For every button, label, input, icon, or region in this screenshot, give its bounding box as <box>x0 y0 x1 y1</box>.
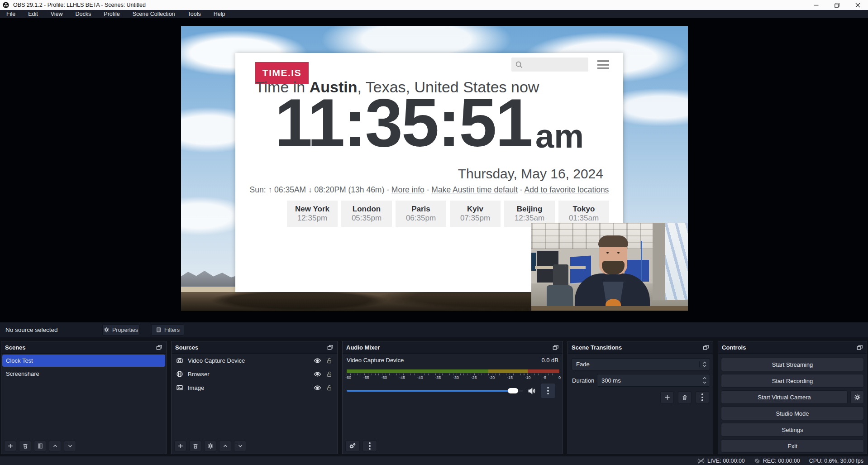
webcam-scene-desk <box>531 306 688 311</box>
city-time: 12:35pm <box>297 214 327 223</box>
scenes-title: Scenes <box>5 344 26 351</box>
transitions-title: Scene Transitions <box>572 344 622 351</box>
settings-button[interactable]: Settings <box>721 423 864 436</box>
source-properties-button[interactable] <box>204 441 216 451</box>
eye-icon[interactable] <box>314 384 321 392</box>
source-label: Video Capture Device <box>188 357 309 364</box>
camera-icon <box>176 357 183 364</box>
tick-label: -60 <box>345 375 351 380</box>
clock-ampm: am <box>535 123 584 149</box>
filters-button[interactable]: Filters <box>151 324 184 336</box>
city-time: 06:35pm <box>406 214 436 223</box>
volume-slider[interactable] <box>347 390 523 392</box>
minimize-button[interactable] <box>806 0 826 10</box>
remove-source-button[interactable] <box>189 441 201 451</box>
mixer-channel-menu-button[interactable] <box>541 384 555 398</box>
start-streaming-button[interactable]: Start Streaming <box>721 358 864 371</box>
transition-select[interactable]: Fade <box>572 358 710 370</box>
lock-open-icon[interactable] <box>326 371 333 378</box>
scene-filters-button[interactable] <box>34 441 46 451</box>
popout-icon[interactable] <box>552 344 559 351</box>
scene-item-screenshare[interactable]: Screenshare <box>2 368 165 380</box>
sun-separator: - <box>518 185 525 194</box>
sun-separator: - <box>424 185 432 194</box>
move-scene-up-button[interactable] <box>49 441 61 451</box>
transitions-header: Scene Transitions <box>568 341 713 354</box>
source-row-video-capture[interactable]: Video Capture Device <box>172 354 337 367</box>
filters-label: Filters <box>164 327 180 333</box>
transition-menu-button[interactable] <box>696 391 709 403</box>
source-label: Image <box>188 384 309 391</box>
properties-button[interactable]: Properties <box>102 324 139 336</box>
volume-slider-fill <box>347 390 513 392</box>
menu-scene-collection[interactable]: Scene Collection <box>126 10 181 18</box>
menu-help[interactable]: Help <box>207 10 232 18</box>
restore-button[interactable] <box>826 0 847 10</box>
exit-button[interactable]: Exit <box>721 439 864 453</box>
tick-label: -40 <box>417 375 423 380</box>
controls-header: Controls <box>718 341 867 354</box>
volume-meter <box>347 369 559 373</box>
tick-label: -20 <box>489 375 495 380</box>
window-controls <box>806 0 868 10</box>
rec-status: REC: 00:00:00 <box>754 458 800 464</box>
spin-arrows-icon[interactable] <box>702 377 707 384</box>
eye-icon[interactable] <box>314 370 321 378</box>
mixer-menu-button[interactable] <box>362 441 377 451</box>
speaker-icon[interactable] <box>528 387 536 395</box>
chevron-down-icon <box>237 443 243 449</box>
city-london: London 05:35pm <box>341 201 392 227</box>
kebab-icon <box>369 442 371 450</box>
menu-view[interactable]: View <box>44 10 69 18</box>
menu-edit[interactable]: Edit <box>22 10 44 18</box>
remove-transition-button[interactable] <box>678 391 692 403</box>
move-source-down-button[interactable] <box>234 441 246 451</box>
webcam-person-eye <box>617 252 620 254</box>
move-source-up-button[interactable] <box>219 441 231 451</box>
add-favorite-link: Add to favorite locations <box>525 185 609 194</box>
volume-slider-handle[interactable] <box>508 388 518 393</box>
popout-icon[interactable] <box>702 344 709 351</box>
scene-item-clock-test[interactable]: Clock Test <box>2 355 165 367</box>
trash-icon <box>22 443 29 449</box>
controls-title: Controls <box>722 344 746 351</box>
lock-open-icon[interactable] <box>326 357 333 364</box>
advanced-audio-button[interactable] <box>345 441 360 451</box>
menu-profile[interactable]: Profile <box>97 10 126 18</box>
start-recording-button[interactable]: Start Recording <box>721 374 864 388</box>
tick-label: 0 <box>558 375 561 380</box>
source-row-image[interactable]: Image <box>172 381 337 394</box>
virtual-camera-settings-button[interactable] <box>850 390 864 404</box>
date-line: Thursday, May 16, 2024 <box>458 166 603 182</box>
program-video[interactable]: TIME.IS Time in Austin, Texas, United St… <box>181 26 688 311</box>
popout-icon[interactable] <box>156 344 162 351</box>
menu-file[interactable]: File <box>0 10 22 18</box>
preview-area[interactable]: TIME.IS Time in Austin, Texas, United St… <box>0 18 868 322</box>
city-paris: Paris 06:35pm <box>396 201 446 227</box>
rec-time: REC: 00:00:00 <box>763 458 800 464</box>
properties-label: Properties <box>112 327 138 333</box>
move-scene-down-button[interactable] <box>64 441 76 451</box>
webcam-overlay <box>531 223 688 311</box>
remove-scene-button[interactable] <box>19 441 31 451</box>
menu-tools[interactable]: Tools <box>181 10 207 18</box>
city-time: 01:35am <box>569 214 599 223</box>
popout-icon[interactable] <box>327 344 334 351</box>
plus-icon <box>664 394 671 401</box>
popout-icon[interactable] <box>856 344 863 351</box>
duration-spinbox[interactable]: 300 ms <box>597 374 710 387</box>
source-label: Browser <box>188 371 309 378</box>
lock-open-icon[interactable] <box>326 384 333 391</box>
audio-mixer-title: Audio Mixer <box>346 344 380 351</box>
add-scene-button[interactable] <box>4 441 16 451</box>
menu-docks[interactable]: Docks <box>69 10 98 18</box>
add-transition-button[interactable] <box>660 391 674 403</box>
studio-mode-button[interactable]: Studio Mode <box>721 407 864 420</box>
source-row-browser[interactable]: Browser <box>172 367 337 381</box>
add-source-button[interactable] <box>174 441 186 451</box>
start-virtual-camera-button[interactable]: Start Virtual Camera <box>721 390 848 404</box>
webcam-scene-chair <box>553 264 568 285</box>
close-button[interactable] <box>847 0 868 10</box>
combo-arrows-icon <box>699 361 707 367</box>
eye-icon[interactable] <box>314 357 321 364</box>
